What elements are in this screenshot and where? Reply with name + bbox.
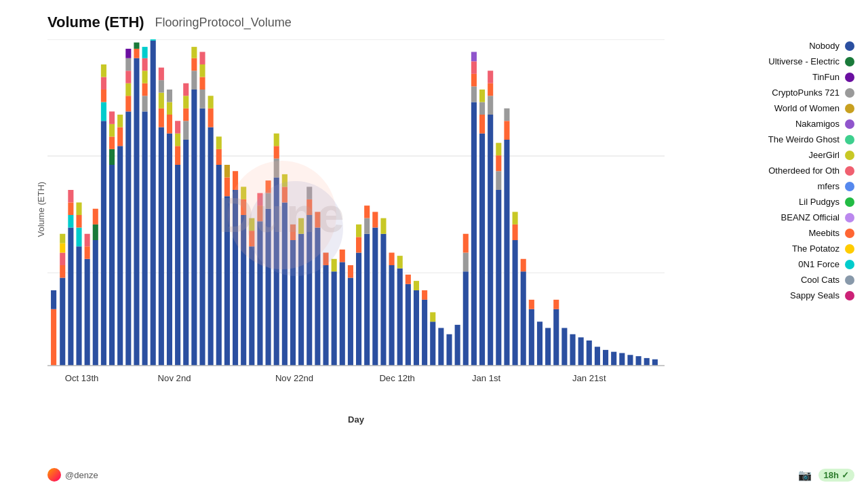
legend-label: Nobody [809, 41, 840, 51]
svg-rect-11 [60, 253, 65, 266]
legend-item: Otherdeed for Oth [685, 165, 854, 176]
y-axis-label: Volume (ETH) [36, 182, 46, 237]
svg-rect-120 [307, 199, 312, 215]
svg-rect-122 [315, 228, 320, 366]
svg-rect-192 [570, 334, 575, 366]
svg-rect-89 [216, 149, 222, 165]
svg-rect-81 [199, 90, 205, 109]
svg-rect-77 [191, 71, 197, 90]
svg-rect-78 [191, 58, 197, 71]
svg-rect-170 [488, 96, 493, 115]
x-axis-label: Day [348, 414, 364, 425]
svg-rect-33 [109, 165, 115, 366]
svg-rect-180 [513, 240, 518, 366]
svg-rect-163 [471, 61, 477, 74]
legend-label: BEANZ Official [781, 212, 840, 222]
svg-rect-94 [233, 190, 238, 366]
svg-rect-55 [142, 47, 148, 58]
svg-rect-70 [175, 121, 180, 134]
svg-rect-109 [274, 159, 279, 178]
svg-rect-107 [266, 180, 271, 193]
svg-rect-123 [315, 212, 320, 227]
svg-rect-96 [241, 215, 246, 366]
svg-rect-185 [529, 309, 534, 366]
svg-rect-182 [513, 212, 518, 225]
svg-rect-193 [578, 337, 584, 366]
legend-label: Ultiverse - Electric [768, 56, 840, 66]
svg-rect-154 [438, 328, 443, 366]
legend-dot [845, 88, 854, 98]
svg-rect-113 [282, 187, 288, 202]
footer-left: @denze [47, 468, 98, 482]
svg-rect-172 [488, 71, 493, 83]
svg-rect-54 [142, 58, 148, 71]
svg-rect-82 [199, 77, 205, 90]
svg-rect-79 [191, 47, 197, 58]
svg-rect-72 [183, 121, 189, 140]
svg-rect-164 [471, 52, 477, 62]
svg-rect-46 [125, 49, 131, 58]
svg-rect-57 [151, 39, 156, 41]
footer-right: 📷 18h ✓ [798, 469, 854, 482]
svg-text:Nov 2nd: Nov 2nd [158, 374, 191, 383]
svg-rect-80 [199, 109, 205, 366]
svg-rect-15 [68, 215, 73, 228]
svg-rect-104 [257, 193, 262, 206]
svg-rect-92 [224, 178, 230, 197]
svg-rect-155 [446, 334, 452, 366]
svg-rect-44 [125, 71, 131, 83]
legend: NobodyUltiverse - ElectricTinFunCryptoPu… [678, 0, 868, 487]
svg-rect-83 [199, 64, 205, 77]
legend-label: CryptoPunks 721 [772, 87, 840, 98]
legend-item: The Weirdo Ghost [685, 134, 854, 144]
svg-rect-143 [389, 253, 395, 266]
svg-rect-198 [619, 353, 625, 366]
svg-rect-202 [652, 359, 658, 366]
svg-rect-168 [479, 90, 485, 102]
svg-rect-188 [545, 328, 551, 366]
svg-rect-129 [340, 250, 345, 262]
svg-rect-161 [471, 86, 477, 102]
svg-rect-74 [183, 96, 189, 109]
svg-rect-186 [529, 300, 534, 309]
camera-icon: 📷 [798, 469, 812, 482]
svg-rect-169 [488, 115, 493, 366]
svg-rect-159 [463, 234, 469, 253]
svg-rect-98 [241, 187, 246, 199]
svg-rect-138 [372, 228, 378, 366]
svg-rect-150 [422, 300, 427, 366]
legend-dot [845, 244, 854, 254]
legend-dot [845, 260, 854, 269]
chart-container: Volume (ETH) FlooringProtocol_Volume Vol… [0, 0, 678, 487]
svg-rect-10 [60, 265, 65, 278]
svg-rect-52 [142, 83, 148, 96]
legend-dot [845, 197, 854, 207]
svg-rect-41 [125, 111, 131, 366]
svg-rect-53 [142, 71, 148, 83]
svg-rect-19 [76, 228, 81, 247]
legend-dot [845, 104, 854, 113]
svg-rect-201 [644, 358, 650, 366]
svg-rect-147 [406, 275, 411, 284]
svg-rect-116 [290, 225, 296, 240]
svg-rect-12 [60, 244, 65, 253]
svg-rect-37 [109, 111, 115, 124]
svg-rect-48 [134, 49, 139, 58]
svg-rect-165 [479, 134, 485, 366]
legend-item: TinFun [685, 72, 854, 82]
svg-rect-85 [208, 128, 214, 366]
svg-rect-35 [109, 136, 115, 149]
legend-label: Otherdeed for Oth [768, 165, 840, 176]
legend-dot [845, 41, 854, 51]
svg-rect-67 [175, 165, 180, 366]
svg-rect-114 [282, 174, 288, 187]
svg-rect-28 [101, 121, 106, 366]
svg-rect-131 [348, 265, 353, 278]
svg-rect-142 [389, 265, 395, 366]
svg-rect-197 [611, 352, 616, 366]
svg-rect-17 [68, 190, 73, 203]
legend-dot [845, 275, 854, 285]
legend-item: Ultiverse - Electric [685, 56, 854, 66]
svg-rect-39 [117, 128, 123, 147]
legend-label: Meebits [808, 228, 840, 238]
